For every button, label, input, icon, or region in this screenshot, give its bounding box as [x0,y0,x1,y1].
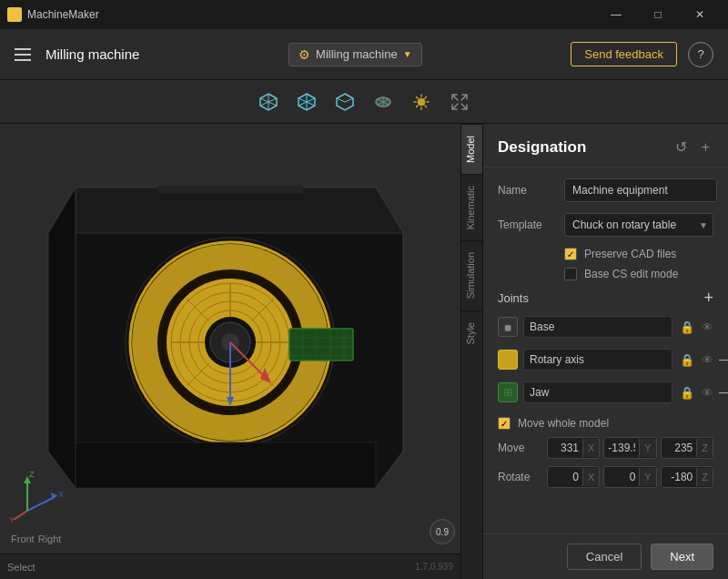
move-x-axis: X [582,439,599,457]
name-row: Name [498,178,713,202]
machine-badge-icon: ⚙ [298,47,310,62]
version-label: 1.7.0.939 [415,562,453,572]
template-select-wrapper: Chuck on rotary table Simple chuck Rotar… [564,213,713,237]
preserve-cad-check: ✓ [567,249,574,259]
rotate-x-axis: X [582,468,599,486]
joint-eye-base[interactable]: 👁 [700,319,715,336]
svg-line-37 [27,497,55,511]
svg-line-43 [14,511,27,520]
joint-icon-base: ◼ [498,317,518,337]
rotate-y-field: Y [603,466,656,488]
close-button[interactable]: ✕ [679,0,721,29]
viewport[interactable]: X Z Y Front Right 0.9 Select 1.7.0.939 [0,124,460,579]
joint-remove-rotary[interactable]: — [719,351,728,368]
side-view-button[interactable] [330,87,359,117]
rotate-y-input[interactable] [604,467,639,487]
rotate-z-input[interactable] [662,467,697,487]
joint-lock-base[interactable]: 🔒 [678,319,696,336]
joint-input-rotary[interactable] [523,349,672,371]
joint-eye-jaw[interactable]: 👁 [700,384,715,401]
machine-3d-view [0,124,460,552]
move-row: Move X Y Z [498,437,713,459]
rotate-label: Rotate [498,471,543,483]
preserve-cad-row[interactable]: ✓ Preserve CAD files [498,248,713,260]
machine-selector[interactable]: ⚙ Milling machine ▼ [288,43,422,66]
main-toolbar: Milling machine ⚙ Milling machine ▼ Send… [0,29,728,80]
light-icon[interactable] [407,87,436,117]
main-content: X Z Y Front Right 0.9 Select 1.7.0.939 M… [0,124,728,579]
panel-title: Designation [498,138,586,157]
svg-text:Z: Z [29,470,35,479]
machine-badge-label: Milling machine [316,47,398,61]
joint-item-base: ◼ 🔒 👁 [498,313,713,340]
tab-kinematic[interactable]: Kinematic [461,174,482,240]
move-y-axis: Y [639,439,655,457]
move-whole-label: Move whole model [518,417,609,430]
minimize-button[interactable]: — [595,0,637,29]
joint-input-base[interactable] [523,316,672,338]
refresh-button[interactable]: ↺ [672,137,691,157]
svg-text:Y: Y [9,515,15,524]
rotate-x-input[interactable] [548,467,582,487]
name-input[interactable] [564,178,717,202]
feedback-button[interactable]: Send feedback [571,42,677,66]
base-cs-row[interactable]: Base CS edit mode [498,268,713,280]
joint-input-jaw[interactable] [523,381,672,403]
rotate-z-axis: Z [696,468,713,486]
view-labels: Front Right [11,533,61,544]
base-cs-label: Base CS edit mode [584,268,678,280]
axis-indicator: X Z Y [9,470,64,524]
joints-section-header: Joints + [498,290,713,306]
tab-simulation-label: Simulation [465,252,476,299]
move-x-input[interactable] [548,438,582,458]
expand-icon[interactable] [445,87,474,117]
panel-footer: Cancel Next [483,533,728,579]
machine-dropdown-arrow: ▼ [403,49,412,59]
joint-lock-jaw[interactable]: 🔒 [678,384,696,401]
tab-kinematic-label: Kinematic [465,186,476,229]
joints-add-button[interactable]: + [703,290,713,306]
template-select[interactable]: Chuck on rotary table Simple chuck Rotar… [564,213,713,237]
tab-model[interactable]: Model [461,124,482,174]
panel-add-button[interactable]: + [698,137,713,157]
svg-rect-36 [157,186,303,193]
view-toolbar [0,80,728,124]
joint-eye-rotary[interactable]: 👁 [700,351,715,369]
toolbar-center: ⚙ Milling machine ▼ [154,43,556,66]
move-z-axis: Z [696,439,713,457]
rotate-z-field: Z [661,466,713,488]
right-panel: Designation ↺ + Name Template Chuck on r… [482,124,728,579]
joint-item-rotary: 🔒 👁 — [498,346,713,373]
move-whole-checkbox[interactable]: ✓ [498,417,511,430]
joint-remove-jaw[interactable]: — [719,384,728,401]
perspective-view-button[interactable] [254,87,283,117]
move-x-field: X [547,437,600,459]
move-label: Move [498,442,543,454]
top-view-button[interactable] [369,87,398,117]
help-button[interactable]: ? [688,42,713,67]
rotate-x-field: X [547,466,600,488]
titlebar: MachineMaker — □ ✕ [0,0,728,29]
front-label: Front [11,533,35,544]
next-button[interactable]: Next [651,543,713,570]
joint-lock-rotary[interactable]: 🔒 [678,351,696,369]
move-z-input[interactable] [662,438,697,458]
zoom-value: 0.9 [436,527,449,537]
svg-text:X: X [58,490,64,499]
toolbar-left: Milling machine [15,46,139,62]
base-cs-checkbox[interactable] [564,268,577,280]
zoom-badge[interactable]: 0.9 [430,519,455,544]
move-whole-row: ✓ Move whole model [498,417,713,430]
menu-button[interactable] [15,48,31,61]
tab-model-label: Model [465,136,476,163]
maximize-button[interactable]: □ [637,0,679,29]
move-y-input[interactable] [604,438,639,458]
select-label: Select [7,562,35,573]
cancel-button[interactable]: Cancel [567,543,642,570]
panel-header: Designation ↺ + [483,124,728,168]
preserve-cad-checkbox[interactable]: ✓ [564,248,577,260]
tab-style[interactable]: Style [461,310,482,355]
tab-simulation[interactable]: Simulation [461,240,482,310]
joint-actions-rotary: 🔒 👁 — [678,351,728,369]
front-view-button[interactable] [292,87,321,117]
